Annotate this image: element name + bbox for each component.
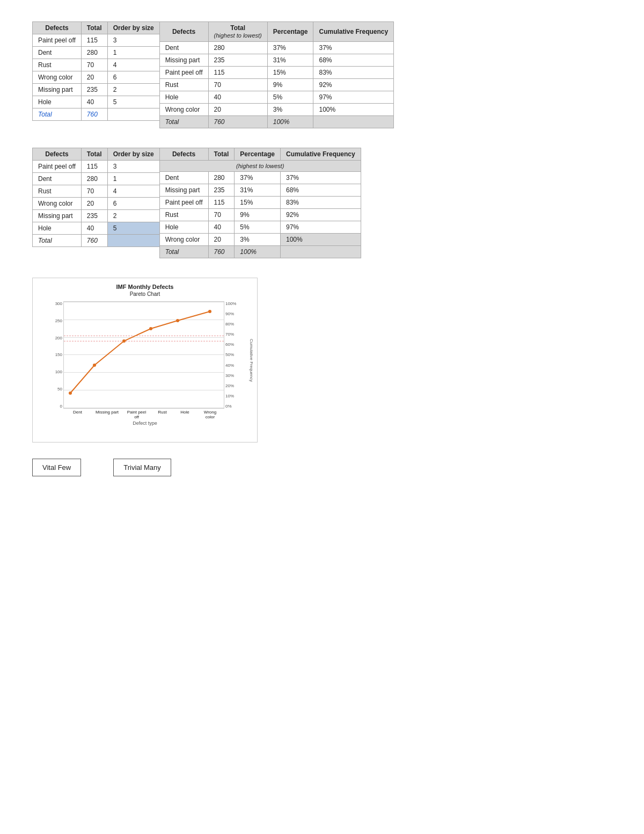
table-row: Paint peel off 115 15% 83% [159, 197, 361, 209]
table1-right: Defects Total(highest to lowest) Percent… [159, 21, 394, 128]
defect-cell: Hole [159, 221, 208, 234]
order-cell [107, 235, 159, 247]
y-axis-right: 100% 90% 80% 70% 60% 50% 40% 30% 20% 10%… [224, 301, 241, 409]
col-defects-r1: Defects [159, 22, 208, 42]
table-row: Hole 40 5% 97% [159, 221, 361, 234]
defect-cell: Dent [33, 173, 82, 185]
col-total-r1: Total(highest to lowest) [208, 22, 267, 42]
defect-cell: Wrong color [33, 71, 82, 84]
table-row: Dent 280 1 [33, 173, 160, 185]
col-total-1: Total [81, 22, 107, 34]
defect-cell: Paint peel off [33, 161, 82, 173]
svg-point-3 [93, 364, 96, 367]
col-defects-r2: Defects [159, 148, 208, 161]
col-cum-r2: Cumulative Frequency [280, 148, 361, 161]
table-row-total: Total 760 [33, 235, 160, 247]
chart-title: IMF Monthly Defects [41, 284, 249, 290]
cum-cell: 100% [313, 104, 394, 116]
x-label: Paint peel off [126, 410, 148, 419]
defect-cell: Total [159, 116, 208, 128]
y-tick-r: 90% [224, 311, 234, 316]
cum-cell: 37% [280, 172, 361, 184]
table-row: Hole 40 5 [33, 96, 160, 108]
defect-cell: Total [159, 246, 208, 258]
defect-cell: Wrong color [33, 198, 82, 210]
cum-cell: 68% [280, 184, 361, 197]
table-row: Hole 40 5% 97% [159, 91, 394, 104]
defect-cell: Total [33, 108, 82, 121]
table1-section: Defects Total Order by size Paint peel o… [32, 21, 612, 128]
table1-left: Defects Total Order by size Paint peel o… [32, 21, 160, 121]
pct-cell: 3% [267, 104, 313, 116]
defect-cell: Rust [33, 59, 82, 71]
defect-cell: Total [33, 235, 82, 247]
y-tick-r: 80% [224, 322, 234, 327]
defect-cell: Paint peel off [159, 197, 208, 209]
order-cell: 1 [107, 173, 159, 185]
pct-cell: 37% [267, 42, 313, 54]
table-row: Hole 40 5 [33, 222, 160, 235]
y-tick-r: 100% [224, 301, 236, 306]
y-right-title: Cumulative Frequency [248, 339, 253, 382]
total-cell: 40 [81, 96, 107, 108]
labels-section: Vital Few Trivial Many [32, 459, 612, 476]
table-row: Paint peel off 115 3 [33, 161, 160, 173]
table-row: Dent 280 37% 37% [159, 42, 394, 54]
table-row-total: Total 760 100% [159, 246, 361, 258]
cum-cell: 37% [313, 42, 394, 54]
order-cell: 5 [107, 222, 159, 235]
cum-cell: 92% [313, 79, 394, 91]
defect-cell: Rust [159, 209, 208, 221]
defect-cell: Hole [33, 222, 82, 235]
table-row-total: Total 760 [33, 108, 160, 121]
defect-cell: Paint peel off [159, 67, 208, 79]
total-cell: 280 [208, 172, 235, 184]
x-axis-title: Defect type [41, 420, 249, 426]
defect-cell: Paint peel off [33, 34, 82, 47]
total-cell: 40 [208, 91, 267, 104]
svg-point-5 [149, 327, 152, 330]
defect-cell: Dent [159, 172, 208, 184]
defect-cell: Rust [33, 185, 82, 198]
total-cell: 70 [208, 79, 267, 91]
x-label: Missing part [96, 410, 119, 415]
total-cell: 235 [208, 184, 235, 197]
col-order-2: Order by size [107, 148, 159, 161]
col-total-r2: Total [208, 148, 235, 161]
defect-cell: Hole [33, 96, 82, 108]
total-cell: 280 [81, 47, 107, 59]
defect-cell: Missing part [33, 84, 82, 96]
table-row: Rust 70 9% 92% [159, 79, 394, 91]
y-tick: 200 [55, 336, 63, 340]
pct-cell: 31% [267, 54, 313, 67]
total-cell: 115 [81, 161, 107, 173]
order-cell: 4 [107, 185, 159, 198]
cum-cell: 83% [313, 67, 394, 79]
defect-cell: Wrong color [159, 234, 208, 246]
table-row: Paint peel off 115 15% 83% [159, 67, 394, 79]
svg-point-2 [69, 391, 72, 395]
y-tick: 150 [55, 352, 63, 357]
col-total-2: Total [81, 148, 107, 161]
col-pct-r2: Percentage [235, 148, 281, 161]
defect-cell: Dent [159, 42, 208, 54]
pct-cell: 37% [235, 172, 281, 184]
pct-cell: 5% [267, 91, 313, 104]
col-cum-r1: Cumulative Frequency [313, 22, 394, 42]
table2-section: Defects Total Order by size Paint peel o… [32, 148, 612, 258]
y-tick-r: 40% [224, 363, 234, 368]
table-row: Missing part 235 31% 68% [159, 184, 361, 197]
cum-cell: 68% [313, 54, 394, 67]
total-cell: 20 [208, 234, 235, 246]
pct-cell: 15% [235, 197, 281, 209]
total-cell: 40 [208, 221, 235, 234]
pct-cell: 9% [235, 209, 281, 221]
table-row: Dent 280 37% 37% [159, 172, 361, 184]
x-label: Hole [178, 410, 193, 415]
pct-cell: 100% [267, 116, 313, 128]
tables-row-2: Defects Total Order by size Paint peel o… [32, 148, 612, 258]
order-cell: 5 [107, 96, 159, 108]
pct-cell: 9% [267, 79, 313, 91]
svg-point-6 [176, 319, 179, 322]
order-cell: 2 [107, 210, 159, 222]
